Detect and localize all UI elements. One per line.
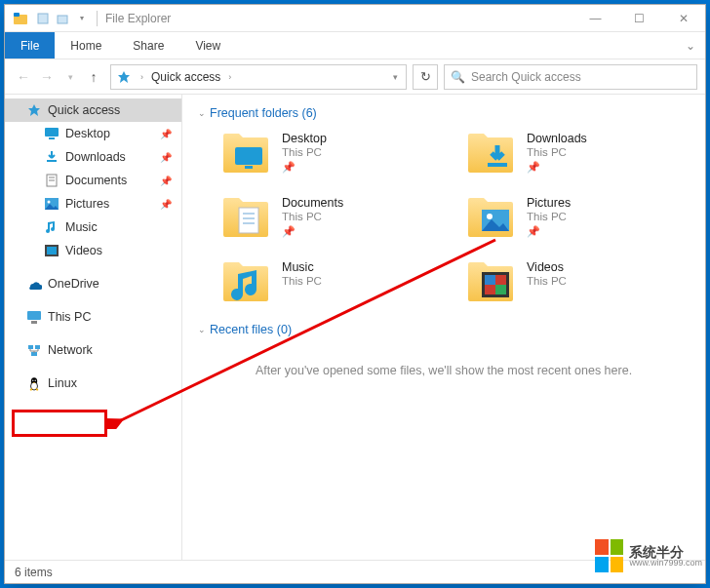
- maximize-button[interactable]: ☐: [617, 5, 661, 32]
- folder-location: This PC: [282, 211, 343, 222]
- sidebar-item-videos[interactable]: Videos: [5, 239, 181, 262]
- svg-rect-16: [31, 321, 37, 324]
- address-dropdown-icon[interactable]: ▾: [393, 72, 402, 82]
- file-explorer-icon: [13, 11, 28, 26]
- breadcrumb-chevron-icon[interactable]: ›: [140, 72, 143, 82]
- breadcrumb[interactable]: Quick access: [151, 70, 220, 84]
- ribbon-collapse-icon[interactable]: ⌄: [676, 32, 705, 59]
- sidebar-item-label: Documents: [65, 174, 127, 187]
- nav-back-button[interactable]: ←: [13, 66, 34, 88]
- svg-rect-3: [58, 16, 67, 23]
- body: Quick access Desktop 📌 Downloads 📌 Docum…: [5, 95, 705, 560]
- qat-dropdown-icon[interactable]: ▾: [73, 10, 91, 27]
- svg-rect-36: [495, 285, 506, 294]
- svg-rect-26: [488, 163, 507, 167]
- sidebar-item-onedrive[interactable]: OneDrive: [5, 272, 181, 295]
- pin-icon: 📌: [160, 176, 172, 186]
- sidebar-item-music[interactable]: Music: [5, 216, 181, 239]
- network-icon: [26, 342, 42, 358]
- pictures-icon: [44, 196, 59, 212]
- tab-view[interactable]: View: [179, 32, 236, 59]
- folder-item-videos[interactable]: VideosThis PC: [466, 258, 691, 305]
- recent-files-empty-message: After you've opened some files, we'll sh…: [196, 364, 691, 377]
- svg-point-23: [35, 379, 36, 380]
- sidebar-item-label: Linux: [48, 376, 77, 390]
- sidebar-item-this-pc[interactable]: This PC: [5, 305, 181, 329]
- search-box[interactable]: 🔍 Search Quick access: [444, 64, 697, 90]
- svg-rect-15: [27, 311, 41, 320]
- sidebar-item-downloads[interactable]: Downloads 📌: [5, 145, 181, 169]
- recent-files-header[interactable]: ⌄ Recent files (0): [198, 323, 691, 336]
- star-icon: [26, 102, 42, 118]
- quick-access-toolbar: ▾: [34, 10, 91, 27]
- folder-name: Documents: [282, 196, 343, 210]
- pin-icon: 📌: [160, 199, 172, 210]
- music-icon: [44, 219, 59, 235]
- linux-tux-icon: [26, 375, 42, 391]
- file-explorer-window: ▾ File Explorer — ☐ ✕ File Home Share Vi…: [4, 4, 706, 584]
- sidebar-item-linux[interactable]: Linux: [5, 372, 181, 395]
- videos-icon: [44, 243, 59, 258]
- folder-item-pictures[interactable]: PicturesThis PC📌: [466, 194, 691, 241]
- qat-new-folder-icon[interactable]: [54, 10, 71, 27]
- pin-icon: 📌: [282, 161, 296, 174]
- search-icon: 🔍: [451, 70, 465, 84]
- folder-item-desktop[interactable]: DesktopThis PC📌: [221, 130, 447, 176]
- titlebar[interactable]: ▾ File Explorer — ☐ ✕: [5, 5, 705, 32]
- address-bar[interactable]: › Quick access › ▾: [110, 64, 407, 90]
- pin-icon: 📌: [160, 152, 172, 163]
- folder-location: This PC: [282, 275, 322, 287]
- sidebar-item-desktop[interactable]: Desktop 📌: [5, 122, 181, 145]
- documents-icon: [44, 173, 59, 188]
- sidebar-item-label: Videos: [65, 244, 102, 257]
- nav-up-button[interactable]: ↑: [83, 66, 104, 88]
- desktop-folder-icon: [221, 130, 270, 176]
- star-icon: [115, 68, 133, 86]
- folder-location: This PC: [527, 211, 571, 222]
- svg-marker-4: [118, 71, 130, 83]
- navigation-pane[interactable]: Quick access Desktop 📌 Downloads 📌 Docum…: [5, 95, 182, 560]
- folder-name: Downloads: [527, 132, 587, 145]
- collapse-chevron-icon[interactable]: ⌄: [198, 108, 206, 118]
- folder-location: This PC: [527, 146, 587, 158]
- sidebar-item-label: OneDrive: [48, 277, 99, 291]
- sidebar-item-documents[interactable]: Documents 📌: [5, 169, 181, 192]
- downloads-folder-icon: [466, 130, 515, 176]
- svg-point-32: [487, 214, 493, 219]
- sidebar-item-network[interactable]: Network: [5, 338, 181, 362]
- breadcrumb-chevron-icon[interactable]: ›: [228, 72, 231, 82]
- this-pc-icon: [26, 309, 42, 325]
- status-bar: 6 items: [5, 560, 705, 583]
- nav-recent-dropdown[interactable]: ▾: [59, 66, 81, 88]
- onedrive-icon: [26, 276, 42, 292]
- svg-rect-25: [245, 166, 253, 169]
- sidebar-item-pictures[interactable]: Pictures 📌: [5, 192, 181, 216]
- search-placeholder: Search Quick access: [471, 70, 581, 84]
- collapse-chevron-icon[interactable]: ⌄: [198, 325, 206, 334]
- close-button[interactable]: ✕: [661, 5, 705, 32]
- sidebar-item-quick-access[interactable]: Quick access: [5, 98, 181, 122]
- pin-icon: 📌: [282, 225, 296, 238]
- pictures-folder-icon: [466, 194, 515, 241]
- tab-home[interactable]: Home: [55, 32, 117, 59]
- pin-icon: 📌: [160, 129, 172, 139]
- file-tab[interactable]: File: [5, 32, 55, 59]
- content-pane[interactable]: ⌄ Frequent folders (6) DesktopThis PC📌Do…: [182, 95, 705, 560]
- nav-forward-button[interactable]: →: [36, 66, 58, 88]
- qat-properties-icon[interactable]: [34, 10, 52, 27]
- sidebar-item-label: Downloads: [65, 150, 126, 164]
- refresh-button[interactable]: ↻: [413, 64, 438, 90]
- svg-rect-35: [485, 275, 495, 285]
- frequent-folders-header[interactable]: ⌄ Frequent folders (6): [198, 106, 691, 120]
- videos-folder-icon: [466, 258, 515, 305]
- minimize-button[interactable]: —: [573, 5, 617, 32]
- folder-item-music[interactable]: MusicThis PC: [221, 258, 447, 305]
- svg-rect-18: [35, 345, 40, 349]
- folder-name: Music: [282, 260, 322, 274]
- folder-item-documents[interactable]: DocumentsThis PC📌: [221, 194, 447, 241]
- music-folder-icon: [221, 258, 270, 305]
- pin-icon: 📌: [527, 161, 540, 174]
- tab-share[interactable]: Share: [117, 32, 179, 59]
- sidebar-item-label: This PC: [48, 310, 91, 324]
- folder-item-downloads[interactable]: DownloadsThis PC📌: [466, 130, 691, 176]
